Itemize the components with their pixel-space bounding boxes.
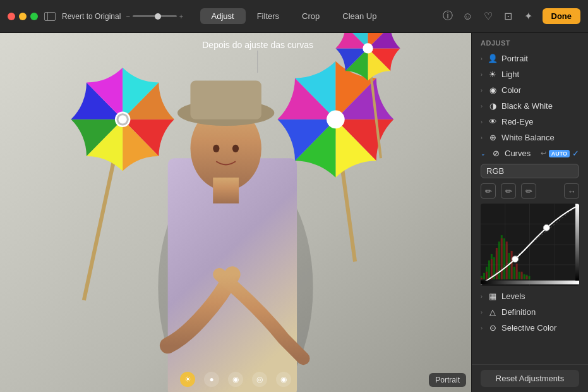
chevron-right-icon: › — [481, 309, 483, 315]
sidebar-toggle[interactable] — [44, 12, 56, 21]
photo-area: Depois do ajuste das curvas — [0, 33, 471, 392]
chevron-right-icon: › — [481, 87, 483, 94]
curves-checkmark-icon[interactable]: ✓ — [572, 149, 579, 158]
sun-icon[interactable]: ☀ — [180, 372, 195, 387]
panel-header: ADJUST — [472, 33, 588, 51]
slider-max-label: + — [179, 13, 183, 20]
adjust-item-portrait[interactable]: › 👤 Portrait — [472, 51, 588, 66]
adjust-item-levels[interactable]: › ▦ Levels — [472, 288, 588, 304]
brightness-slider-row: − + — [126, 13, 183, 20]
revert-button[interactable]: Revert to Original — [62, 12, 121, 21]
wb-icon: ⊕ — [488, 133, 498, 142]
close-button[interactable] — [8, 13, 15, 20]
tab-filters[interactable]: Filters — [246, 8, 291, 24]
adjust-item-definition[interactable]: › △ Definition — [472, 304, 588, 320]
svg-rect-57 — [575, 204, 579, 280]
titlebar-right: ⓘ ☺ ♡ ⊡ ✦ Done — [441, 8, 581, 24]
share-icon[interactable]: ☺ — [462, 10, 474, 23]
tab-adjust[interactable]: Adjust — [200, 8, 246, 24]
redeye-label: Red-Eye — [501, 117, 534, 126]
svg-rect-43 — [481, 278, 483, 279]
adjust-item-color[interactable]: › ◉ Color — [472, 82, 588, 98]
curves-auto-badge[interactable]: AUTO — [549, 150, 570, 157]
bw-icon: ◑ — [488, 101, 498, 111]
chevron-right-icon: › — [481, 56, 483, 62]
adjust-item-light[interactable]: › ☀ Light — [472, 66, 588, 82]
minimize-button[interactable] — [19, 13, 27, 20]
svg-rect-26 — [488, 260, 490, 279]
chevron-right-icon: › — [481, 71, 483, 78]
adjust-item-selective-color[interactable]: › ⊙ Selective Color — [472, 320, 588, 336]
nav-tabs: Adjust Filters Crop Clean Up — [200, 8, 388, 24]
curve-graph[interactable] — [481, 204, 579, 286]
svg-rect-42 — [529, 276, 531, 279]
portrait-icon: 👤 — [488, 54, 498, 63]
svg-point-9 — [232, 145, 239, 152]
chevron-right-icon: › — [481, 325, 483, 331]
svg-rect-7 — [190, 81, 261, 119]
circle-icon-4[interactable]: ◉ — [276, 372, 291, 387]
curves-icon: ⊘ — [491, 149, 501, 158]
svg-point-54 — [512, 256, 519, 262]
levels-label: Levels — [501, 291, 525, 301]
favorite-icon[interactable]: ♡ — [482, 10, 495, 23]
svg-point-16 — [363, 43, 373, 53]
eyedropper-black-btn[interactable]: ✏ — [481, 183, 496, 199]
definition-icon: △ — [488, 307, 498, 317]
portrait-button-bottom[interactable]: Portrait — [429, 373, 466, 387]
color-label: Color — [501, 85, 521, 95]
curves-header[interactable]: ⌄ ⊘ Curves ↩ AUTO ✓ — [472, 145, 588, 161]
main-content: Depois do ajuste das curvas — [0, 33, 588, 392]
slider-min-label: − — [126, 13, 129, 20]
svg-rect-5 — [213, 178, 239, 204]
maximize-button[interactable] — [30, 13, 38, 20]
svg-rect-36 — [513, 267, 515, 279]
done-button[interactable]: Done — [543, 8, 581, 24]
eyedropper-gray-btn[interactable]: ✏ — [501, 183, 516, 199]
titlebar: Revert to Original − + Adjust Filters Cr… — [0, 0, 588, 33]
chevron-right-icon: › — [481, 293, 483, 300]
adjust-item-wb[interactable]: › ⊕ White Balance — [472, 130, 588, 145]
window-icon[interactable]: ⊡ — [502, 10, 515, 23]
svg-rect-52 — [526, 276, 528, 279]
bw-label: Black & White — [501, 101, 553, 111]
info-icon[interactable]: ⓘ — [441, 10, 454, 23]
svg-rect-51 — [521, 272, 523, 279]
light-label: Light — [501, 70, 519, 79]
chevron-right-icon: › — [481, 103, 483, 109]
rgb-select[interactable]: RGB Red Green Blue — [481, 164, 579, 178]
svg-rect-47 — [501, 238, 503, 279]
curves-controls: ↩ AUTO ✓ — [541, 149, 579, 158]
svg-point-14 — [327, 111, 345, 129]
adjust-item-redeye[interactable]: › 👁 Red-Eye — [472, 114, 588, 130]
redeye-icon: 👁 — [488, 117, 498, 126]
tab-cleanup[interactable]: Clean Up — [331, 8, 388, 24]
definition-label: Definition — [501, 307, 536, 317]
brightness-slider[interactable] — [133, 15, 177, 17]
svg-rect-44 — [486, 272, 488, 279]
circle-icon-3[interactable]: ◎ — [252, 372, 267, 387]
circle-icon-2[interactable]: ◉ — [228, 372, 243, 387]
chevron-down-icon: ⌄ — [481, 150, 486, 157]
curves-reset-btn[interactable]: ↔ — [564, 183, 579, 199]
svg-rect-34 — [508, 253, 510, 279]
svg-rect-30 — [498, 242, 500, 279]
panel-bottom: Reset Adjustments — [472, 364, 588, 392]
tools-icon[interactable]: ✦ — [522, 10, 535, 23]
photo-image — [0, 33, 471, 392]
eyedropper-white-btn[interactable]: ✏ — [521, 183, 536, 199]
curves-undo-icon[interactable]: ↩ — [541, 149, 546, 157]
tab-crop[interactable]: Crop — [291, 8, 331, 24]
eyedropper-row: ✏ ✏ ✏ ↔ — [472, 181, 588, 201]
right-panel: ADJUST › 👤 Portrait › ☀ Light › ◉ Color … — [471, 33, 588, 392]
svg-rect-40 — [524, 274, 525, 279]
svg-rect-24 — [483, 273, 485, 279]
rgb-select-row: RGB Red Green Blue — [472, 161, 588, 181]
circle-icon-1[interactable]: ● — [204, 372, 219, 387]
reset-adjustments-button[interactable]: Reset Adjustments — [481, 370, 579, 387]
portrait-label: Portrait — [501, 54, 528, 63]
selective-color-label: Selective Color — [501, 323, 556, 333]
adjust-item-bw[interactable]: › ◑ Black & White — [472, 98, 588, 114]
svg-rect-48 — [506, 242, 508, 279]
traffic-lights — [8, 13, 38, 20]
